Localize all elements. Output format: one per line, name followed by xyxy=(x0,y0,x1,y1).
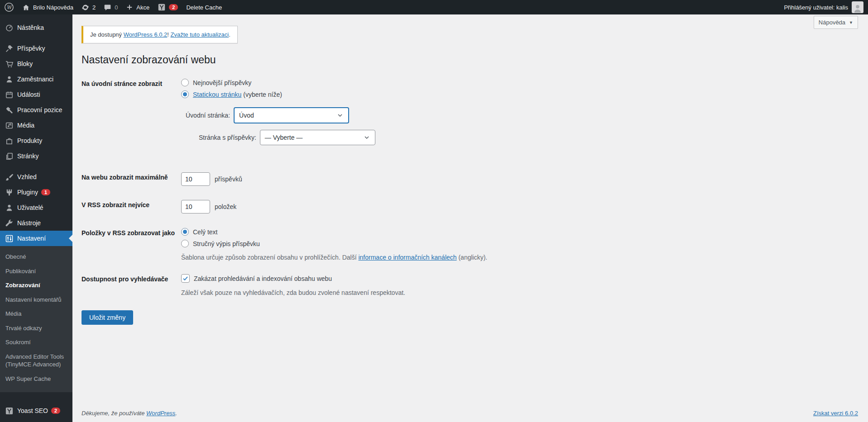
get-version-link[interactable]: Získat verzi 6.0.2 xyxy=(813,410,858,417)
sidebar-item-produkty[interactable]: Produkty xyxy=(0,133,72,148)
sidebar-item-label: Pracovní pozice xyxy=(17,106,62,114)
footer: Děkujeme, že používáte WordPress. Získat… xyxy=(82,410,858,417)
wp-logo-menu[interactable]: W xyxy=(0,0,18,14)
checkbox-checked-icon[interactable] xyxy=(181,274,190,283)
submenu-item-zobrazovani[interactable]: Zobrazování xyxy=(0,278,72,293)
submenu-item-obecne[interactable]: Obecné xyxy=(0,250,72,264)
logged-in-user-label[interactable]: Přihlášený uživatel: kalis xyxy=(784,4,848,11)
submenu-item-soukromi[interactable]: Soukromí xyxy=(0,335,72,350)
calendar-icon xyxy=(5,90,14,99)
updates-menu[interactable]: 2 xyxy=(77,0,100,14)
front-page-select[interactable]: Úvod xyxy=(234,107,349,123)
radio-unchecked-icon[interactable] xyxy=(181,240,189,247)
submenu-item-media[interactable]: Média xyxy=(0,307,72,321)
yoast-menu[interactable]: 2 xyxy=(153,0,182,14)
submenu-item-trvale-odkazy[interactable]: Trvalé odkazy xyxy=(0,321,72,336)
comment-icon xyxy=(104,4,111,11)
sidebar-item-pracovni-pozice[interactable]: Pracovní pozice xyxy=(0,102,72,118)
sidebar-item-bloky[interactable]: Bloky xyxy=(0,56,72,71)
sidebar-item-udalosti[interactable]: Události xyxy=(0,87,72,102)
content-area: Nápověda ▼ Je dostupný WordPress 6.0.2! … xyxy=(72,14,868,422)
sidebar-item-nastaveni[interactable]: Nastavení xyxy=(0,231,72,246)
rss-format-label: Položky v RSS zobrazovat jako xyxy=(82,228,181,261)
settings-icon xyxy=(5,234,14,243)
radio-static-page[interactable]: Statickou stránku (vyberte níže) xyxy=(181,90,375,98)
help-tab[interactable]: Nápověda ▼ xyxy=(814,16,858,29)
sidebar-item-label: Zaměstnanci xyxy=(17,76,53,83)
sidebar-item-stranky[interactable]: Stránky xyxy=(0,148,72,164)
chevron-down-icon: ▼ xyxy=(849,20,853,25)
discourage-search-label: Zakázat prohledávání a indexování obsahu… xyxy=(194,275,332,282)
delete-cache-label: Delete Cache xyxy=(186,4,222,11)
submenu-item-nastaveni-komentaru[interactable]: Nastavení komentářů xyxy=(0,293,72,307)
sidebar-item-label: Nastavení xyxy=(17,235,46,242)
posts-per-page-label: Na webu zobrazit maximálně xyxy=(82,172,181,186)
users-icon xyxy=(5,203,14,212)
posts-page-select-label: Stránka s příspěvky: xyxy=(199,134,256,141)
cart-icon xyxy=(5,59,14,68)
update-icon xyxy=(82,4,89,11)
sidebar-item-prispevky[interactable]: Příspěvky xyxy=(0,41,72,56)
new-content-menu[interactable]: Akce xyxy=(122,0,153,14)
static-page-link[interactable]: Statickou stránku xyxy=(193,91,241,98)
wordpress-link[interactable]: WordPress xyxy=(146,410,175,417)
search-visibility-label: Dostupnost pro vyhledávače xyxy=(82,274,181,296)
sidebar-item-label: Bloky xyxy=(17,60,33,68)
search-visibility-description: Záleží však pouze na vyhledávačích, zda … xyxy=(181,289,405,296)
radio-latest-posts[interactable]: Nejnovější příspěvky xyxy=(181,79,375,86)
tools-icon xyxy=(5,218,14,228)
site-name: Brilo Nápověda xyxy=(33,4,73,11)
radio-full-text[interactable]: Celý text xyxy=(181,228,487,236)
radio-unchecked-icon[interactable] xyxy=(181,79,189,86)
sidebar-menu: NástěnkaPříspěvkyBlokyZaměstnanciUdálost… xyxy=(0,14,72,422)
radio-checked-icon[interactable] xyxy=(181,90,189,98)
sidebar-item-label: Produkty xyxy=(17,137,42,145)
help-tab-label: Nápověda xyxy=(819,19,845,26)
radio-excerpt[interactable]: Stručný výpis příspěvku xyxy=(181,240,487,247)
submenu-item-publikovani[interactable]: Publikování xyxy=(0,264,72,279)
svg-text:W: W xyxy=(7,5,13,10)
admin-bar: W Brilo Nápověda 2 0 Akce xyxy=(0,0,868,14)
sidebar-item-yoast-seo[interactable]: Yoast SEO2 xyxy=(0,403,72,418)
discourage-search-option[interactable]: Zakázat prohledávání a indexování obsahu… xyxy=(181,274,405,283)
radio-checked-icon[interactable] xyxy=(181,228,189,236)
save-button[interactable]: Uložit změny xyxy=(82,310,133,325)
new-content-label: Akce xyxy=(136,4,149,11)
delete-cache-button[interactable]: Delete Cache xyxy=(182,0,226,14)
comments-menu[interactable]: 0 xyxy=(100,0,122,14)
footer-thanks: Děkujeme, že používáte WordPress. xyxy=(82,410,177,417)
yoast-icon xyxy=(158,3,166,11)
update-now-link[interactable]: Zvažte tuto aktualizaci xyxy=(171,31,229,38)
sidebar-item-uzivatele[interactable]: Uživatelé xyxy=(0,200,72,215)
posts-page-select[interactable]: — Vyberte — xyxy=(260,130,375,145)
notice-text: Je dostupný xyxy=(90,31,124,38)
submenu-item-advanced-editor-tools-tinymce-advanced[interactable]: Advanced Editor Tools (TinyMCE Advanced) xyxy=(0,350,72,372)
rss-items-label: V RSS zobrazit nejvíce xyxy=(82,200,181,213)
sidebar-item-zamestnanci[interactable]: Zaměstnanci xyxy=(0,71,72,87)
sidebar-item-media[interactable]: Média xyxy=(0,118,72,133)
feeds-info-link[interactable]: informace o informačních kanálech xyxy=(358,254,456,261)
sidebar-item-pluginy[interactable]: Pluginy1 xyxy=(0,185,72,200)
sidebar-item-vzhled[interactable]: Vzhled xyxy=(0,169,72,185)
footer-version: Získat verzi 6.0.2 xyxy=(813,410,858,417)
wordpress-version-link[interactable]: WordPress 6.0.2 xyxy=(124,31,168,38)
submenu-item-wp-super-cache[interactable]: WP Super Cache xyxy=(0,372,72,386)
count-badge: 2 xyxy=(51,408,60,414)
products-icon xyxy=(5,136,14,145)
sidebar-item-nastroje[interactable]: Nástroje xyxy=(0,215,72,231)
hammer-icon xyxy=(5,105,14,114)
sidebar-item-nastenka[interactable]: Nástěnka xyxy=(0,20,72,35)
sidebar-item-zmensit-menu[interactable]: Zmenšit menu xyxy=(0,418,72,422)
posts-per-page-input[interactable] xyxy=(181,172,210,186)
avatar[interactable] xyxy=(852,1,863,13)
home-icon xyxy=(22,4,30,11)
posts-page-select-value: — Vyberte — xyxy=(265,134,303,141)
site-menu[interactable]: Brilo Nápověda xyxy=(18,0,77,14)
rss-items-input[interactable] xyxy=(181,200,210,213)
sidebar-item-label: Média xyxy=(17,122,34,129)
radio-full-text-label: Celý text xyxy=(193,228,217,236)
plus-icon xyxy=(126,4,133,11)
front-page-select-label: Úvodní stránka: xyxy=(186,112,230,119)
sidebar-item-label: Nástroje xyxy=(17,219,41,227)
wordpress-icon: W xyxy=(4,2,14,12)
